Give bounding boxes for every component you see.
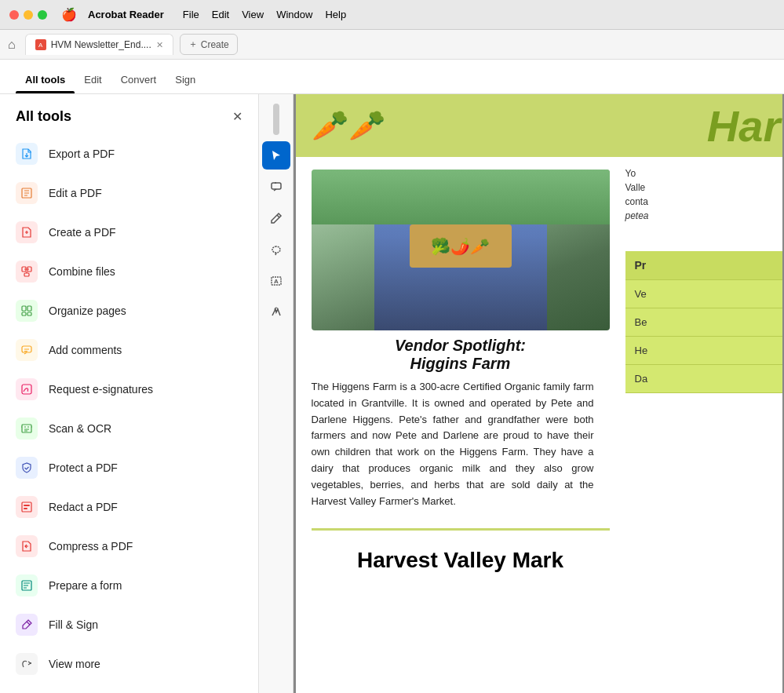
svg-rect-7 (27, 312, 31, 315)
fill-sign-label: Fill & Sign (49, 618, 98, 631)
sidebar-item-add-comments[interactable]: Add comments (0, 330, 258, 370)
lasso-tool-button[interactable] (262, 235, 290, 264)
tab-close-button[interactable]: ✕ (156, 40, 163, 50)
vendor-body-text: The Higgens Farm is a 300-acre Certified… (296, 379, 610, 522)
sidebar-close-button[interactable]: ✕ (232, 109, 242, 124)
request-esignatures-icon (16, 378, 38, 400)
select-tool-button[interactable] (262, 141, 290, 170)
vendor-image: 🥦🌶️🥕 (312, 170, 610, 330)
redact-pdf-label: Redact a PDF (49, 501, 118, 513)
svg-rect-5 (27, 306, 31, 311)
compress-pdf-label: Compress a PDF (49, 540, 133, 553)
add-comments-icon (16, 339, 38, 361)
sidebar-item-export-pdf[interactable]: Export a PDF (0, 134, 258, 173)
sidebar-item-request-esignatures[interactable]: Request e-signatures (0, 370, 258, 409)
titlebar: 🍎 Acrobat Reader File Edit View Window H… (0, 0, 784, 30)
sidebar-item-view-more[interactable]: View more (0, 644, 258, 684)
home-button[interactable]: ⌂ (8, 38, 16, 52)
nav-convert[interactable]: Convert (111, 74, 166, 93)
newsletter-body: YoVallecontapetea 🥦🌶️🥕 Vend (296, 157, 782, 573)
prepare-form-icon (16, 574, 38, 596)
combine-files-icon (16, 261, 38, 283)
scan-ocr-label: Scan & OCR (49, 422, 111, 435)
right-panel-ve: Ve (625, 280, 782, 308)
compress-pdf-icon (16, 535, 38, 557)
menu-help[interactable]: Help (325, 9, 346, 20)
create-label: Create (201, 39, 229, 50)
svg-rect-4 (22, 306, 26, 311)
right-panel-da: Da (625, 365, 782, 393)
carrot-decoration: 🥕🥕 (312, 108, 385, 143)
plus-icon: ＋ (188, 38, 198, 51)
request-esignatures-label: Request e-signatures (49, 383, 153, 396)
menu-edit[interactable]: Edit (212, 9, 229, 20)
create-pdf-label: Create a PDF (49, 226, 116, 239)
pen-tool-button[interactable] (262, 204, 290, 232)
export-pdf-label: Export a PDF (49, 148, 115, 160)
right-panel-he: He (625, 337, 782, 365)
view-more-label: View more (49, 658, 100, 670)
sidebar-item-create-pdf[interactable]: Create a PDF (0, 213, 258, 252)
traffic-lights (9, 10, 47, 20)
stamp-tool-button[interactable] (262, 298, 290, 326)
app-name: Acrobat Reader (88, 9, 164, 20)
vertical-toolbar: A (259, 94, 294, 693)
section-divider (312, 528, 610, 531)
nav-edit[interactable]: Edit (75, 74, 111, 93)
tab-favicon: A (35, 39, 46, 50)
sidebar-item-edit-pdf[interactable]: Edit a PDF (0, 173, 258, 213)
svg-rect-12 (24, 505, 30, 506)
sidebar-item-fill-sign[interactable]: Fill & Sign (0, 605, 258, 644)
scrollbar-handle[interactable] (273, 104, 279, 135)
right-panel-pr: Pr (625, 251, 782, 280)
pdf-page: 🥕🥕 Harve YoVallecontapetea (296, 94, 782, 693)
sidebar-title: All tools (16, 108, 71, 125)
organize-pages-label: Organize pages (49, 305, 126, 317)
bottom-title: Harvest Valley Mark (296, 537, 625, 573)
svg-rect-13 (24, 508, 27, 509)
sidebar-item-protect-pdf[interactable]: Protect a PDF (0, 448, 258, 487)
menu-file[interactable]: File (183, 9, 199, 20)
sidebar-item-redact-pdf[interactable]: Redact a PDF (0, 487, 258, 527)
text-tool-button[interactable]: A (262, 267, 290, 295)
tab-bar: ⌂ A HVM Newsletter_End.... ✕ ＋ Create (0, 30, 784, 60)
newsletter-title-partial: Harve (707, 100, 782, 151)
svg-point-15 (30, 662, 31, 664)
sidebar-item-prepare-form[interactable]: Prepare a form (0, 566, 258, 605)
nav-sign[interactable]: Sign (166, 74, 205, 93)
tab-title: HVM Newsletter_End.... (51, 39, 151, 50)
new-tab-button[interactable]: ＋ Create (180, 34, 238, 55)
sidebar-item-compress-pdf[interactable]: Compress a PDF (0, 527, 258, 566)
close-window-button[interactable] (9, 10, 19, 20)
minimize-window-button[interactable] (24, 10, 33, 20)
background-field (312, 170, 610, 224)
active-tab[interactable]: A HVM Newsletter_End.... ✕ (25, 34, 173, 55)
scan-ocr-icon (16, 418, 38, 440)
main-column: YoVallecontapetea 🥦🌶️🥕 Vend (296, 157, 625, 573)
maximize-window-button[interactable] (38, 10, 47, 20)
export-pdf-icon (16, 143, 38, 165)
protect-pdf-icon (16, 457, 38, 479)
svg-rect-6 (22, 312, 26, 315)
menu-bar: File Edit View Window Help (183, 9, 346, 20)
svg-text:A: A (274, 278, 279, 285)
sidebar-header: All tools ✕ (0, 94, 258, 134)
nav-all-tools[interactable]: All tools (16, 74, 75, 93)
right-panel-be: Be (625, 308, 782, 337)
svg-rect-11 (22, 502, 31, 512)
sidebar-item-combine-files[interactable]: Combine files (0, 252, 258, 291)
sidebar: All tools ✕ Export a PDF Edit a PDF Crea… (0, 94, 259, 693)
comment-tool-button[interactable] (262, 173, 290, 201)
menu-view[interactable]: View (242, 9, 264, 20)
add-comments-label: Add comments (49, 344, 122, 356)
newsletter-header: 🥕🥕 Harve (296, 94, 782, 157)
view-more-icon (16, 653, 38, 675)
svg-rect-16 (272, 183, 281, 189)
top-navigation: All tools Edit Convert Sign (0, 60, 784, 94)
sidebar-item-scan-ocr[interactable]: Scan & OCR (0, 409, 258, 448)
menu-window[interactable]: Window (276, 9, 312, 20)
organize-pages-icon (16, 300, 38, 322)
edit-pdf-label: Edit a PDF (49, 187, 102, 199)
pdf-content-area: 🥕🥕 Harve YoVallecontapetea (294, 94, 784, 693)
sidebar-item-organize-pages[interactable]: Organize pages (0, 291, 258, 330)
